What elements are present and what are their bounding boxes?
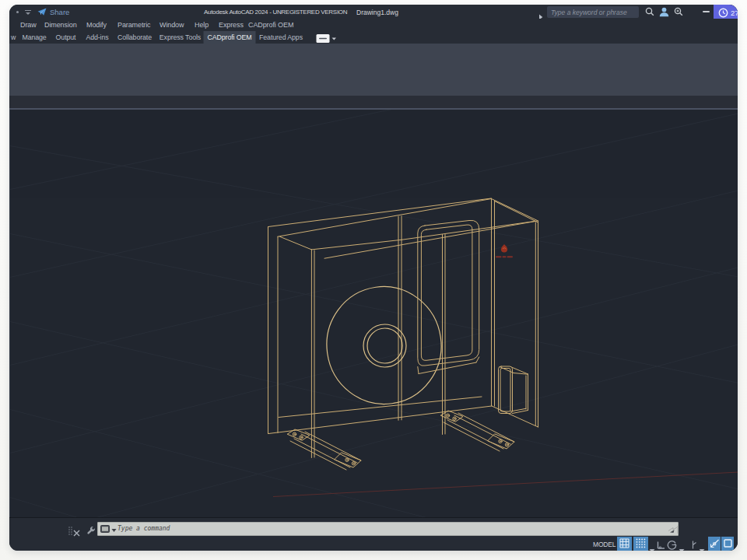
grid-display-button[interactable] — [617, 537, 632, 551]
ground-grid — [10, 110, 738, 517]
object-snap-tracking-button[interactable] — [708, 537, 721, 551]
autocad-window: Share Autodesk AutoCAD 2024 - UNREGISTER… — [9, 5, 738, 551]
command-line-bar: Type a command — [9, 517, 738, 537]
share-icon — [37, 8, 47, 16]
grid-icon — [619, 538, 630, 548]
command-placeholder: Type a command — [117, 525, 170, 532]
menu-parametric[interactable]: Parametric — [117, 21, 151, 29]
status-bar: MODEL — [9, 537, 738, 551]
fan-hub-outer — [363, 324, 406, 367]
command-recent-dropdown-icon[interactable] — [111, 522, 117, 536]
menu-express[interactable]: Express — [219, 21, 244, 29]
menu-dimension[interactable]: Dimension — [44, 21, 77, 29]
snap-dropdown-icon[interactable] — [649, 542, 655, 551]
ribbon-tab-collaborate[interactable]: Collaborate — [114, 31, 156, 44]
ribbon-tab-bar: w ManageOutputAdd-insCollaborateExpress … — [9, 31, 738, 44]
qat-dropdown-icon[interactable] — [24, 9, 32, 16]
menu-cadprofi-oem[interactable]: CADprofi OEM — [248, 21, 293, 29]
clock-icon — [718, 8, 728, 18]
drawing-canvas[interactable] — [9, 110, 738, 517]
fan-circle — [319, 279, 449, 411]
document-tab-strip — [9, 96, 738, 108]
menu-modify[interactable]: Modify — [86, 21, 107, 29]
search-placeholder: Type a keyword or phrase — [551, 9, 627, 16]
share-button[interactable]: Share — [50, 8, 69, 16]
menu-window[interactable]: Window — [160, 21, 184, 29]
document-name: Drawing1.dwg — [356, 9, 398, 16]
command-prompt-icon — [100, 522, 110, 536]
polar-tracking-icon[interactable] — [667, 539, 677, 551]
menu-help[interactable]: Help — [195, 21, 209, 29]
menu-bar: DrawDimensionModifyParametricWindowHelpE… — [9, 19, 738, 31]
slot-panel-inner — [421, 225, 472, 360]
qat-overflow-dot — [16, 11, 19, 13]
object-snap-button[interactable] — [721, 537, 734, 551]
ribbon-panel-area — [9, 44, 738, 96]
menu-draw[interactable]: Draw — [20, 21, 37, 29]
snap-grid-icon — [636, 538, 646, 548]
desktop-background: Share Autodesk AutoCAD 2024 - UNREGISTER… — [0, 0, 747, 560]
ortho-mode-icon[interactable] — [656, 539, 665, 551]
x-axis-line — [273, 472, 738, 497]
window-title: Autodesk AutoCAD 2024 - UNREGISTERED VER… — [204, 9, 347, 16]
snap-mode-button[interactable] — [633, 537, 648, 551]
command-recent-arrow-icon[interactable] — [668, 523, 679, 537]
command-input[interactable]: Type a command — [97, 522, 679, 536]
osnap-square-icon — [723, 538, 733, 548]
heat-pump-wireframe — [268, 198, 538, 470]
search-input[interactable]: Type a keyword or phrase — [547, 6, 639, 18]
ribbon-tab-manage[interactable]: Manage — [18, 31, 50, 44]
quick-access-toolbar: Share — [12, 5, 69, 19]
fan-hub-inner — [367, 328, 402, 363]
ribbon-tab-featured-apps[interactable]: Featured Apps — [255, 31, 307, 44]
ribbon-tab-cadprofi-oem[interactable]: CADprofi OEM — [204, 31, 256, 44]
wireframe-drawing — [10, 110, 738, 517]
trial-days-count: 27 — [731, 9, 738, 17]
trial-days-badge[interactable]: 27 — [714, 5, 738, 20]
polar-dropdown-icon[interactable] — [679, 542, 685, 551]
titlebar-dash-icon[interactable] — [703, 11, 710, 12]
pipe-cover-front-inner — [500, 368, 510, 411]
model-space-button[interactable]: MODEL — [593, 541, 615, 548]
isodraft-dropdown-icon[interactable] — [699, 542, 705, 551]
isodraft-icon[interactable] — [689, 539, 697, 551]
title-bar: Share Autodesk AutoCAD 2024 - UNREGISTER… — [9, 5, 738, 19]
ribbon-tab-add-ins[interactable]: Add-ins — [82, 31, 112, 44]
ribbon-tab-express-tools[interactable]: Express Tools — [156, 31, 205, 44]
osnap-tracking-icon — [710, 538, 720, 548]
ribbon-tab-view-partial[interactable]: w — [11, 31, 16, 44]
ribbon-tab-output[interactable]: Output — [52, 31, 80, 44]
manufacturer-logo — [496, 244, 513, 257]
slot-panel-outer — [418, 220, 479, 366]
